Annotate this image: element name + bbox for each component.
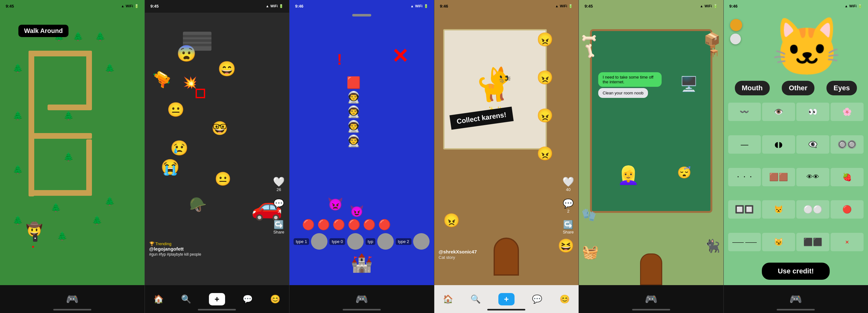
laugh-emoji: 😄: [218, 60, 236, 77]
path-v1: [29, 51, 34, 139]
profile-icon-4[interactable]: 😊: [560, 294, 570, 304]
add-button[interactable]: +: [209, 293, 225, 305]
game-controller-icon-3: 🎮: [355, 293, 368, 305]
share-icon-4: ↪️: [563, 220, 573, 230]
like-action-4[interactable]: 🤍 40: [562, 176, 574, 192]
tree-14: 🌲: [57, 231, 67, 241]
item-12[interactable]: 🍓: [831, 168, 864, 186]
tree-9: 🌲: [13, 165, 23, 175]
customizer-tabs: Mouth Other Eyes: [724, 81, 868, 95]
home-icon[interactable]: 🏠: [153, 294, 163, 304]
messages-icon[interactable]: 💬: [243, 294, 253, 304]
tree-2: 🌲: [73, 32, 83, 41]
imposter-group: 🔴 🔴 🔴 🔴 🔴 🔴: [302, 218, 391, 231]
screen6: 9:46 ▲ WiFi 🔋 🐱 Mouth Other Eyes 〰️ 👁️ 👀…: [724, 0, 868, 313]
item-11[interactable]: 👁👁: [796, 168, 829, 186]
time-6: 9:46: [730, 4, 738, 8]
heart-icon: 🤍: [273, 176, 285, 187]
video-bg-4: 🐈 ✨ ✨ 😠 😠 😠 😠 😠 Collect karens! 🤍 40 💬 2…: [434, 13, 579, 285]
item-9[interactable]: ・・・: [728, 168, 761, 186]
type-label-4: type 2: [396, 238, 411, 245]
status-bar-4: 9:46 ▲ WiFi 🔋: [434, 0, 579, 12]
tiktok-actions: 🤍 26 💬 2 ↪️ Share: [273, 176, 285, 235]
chair-emoji: 🪑: [707, 44, 721, 58]
game-btn-4[interactable]: [413, 233, 430, 250]
cry-emoji: 😢: [170, 139, 188, 156]
item-19[interactable]: ⬛⬛: [796, 233, 829, 251]
item-13[interactable]: 🔲🔲: [728, 200, 761, 218]
angry-3: 😠: [537, 108, 553, 123]
bottom-bar-1: 🎮: [0, 285, 145, 313]
imp-3: 🔴: [333, 218, 345, 231]
item-block: ▪: [33, 235, 37, 242]
comment-action-4[interactable]: 💬 2: [563, 198, 574, 213]
tab-eyes[interactable]: Eyes: [827, 81, 857, 95]
use-credit-button[interactable]: Use credit!: [762, 263, 830, 280]
item-3[interactable]: 👀: [796, 103, 829, 121]
tree-5: 🌲: [104, 63, 115, 73]
profile-icon[interactable]: 😊: [270, 294, 280, 304]
screen5: 9:45 ▲ WiFi 🔋 I need to take some time o…: [579, 0, 724, 313]
laugh-emoji-4: 😆: [558, 238, 574, 253]
messages-icon-4[interactable]: 💬: [532, 294, 542, 304]
item-15[interactable]: ⚪⚪: [796, 200, 829, 218]
search-icon[interactable]: 🔍: [181, 294, 191, 304]
video-bg: 🚗 🔫 💥 😨 😄 😐 🤓 😢 😭 😐 🪖 🤍 26 💬: [145, 13, 289, 285]
item-4[interactable]: 🌸: [831, 103, 864, 121]
flash-emoji: 💥: [183, 76, 197, 89]
status-bar-1: 9:45 ▲ WiFi 🔋: [0, 0, 145, 12]
user-info-2: 🏆 Trending @legojangofett #gun #fyp #pla…: [149, 241, 201, 256]
search-icon-4[interactable]: 🔍: [470, 294, 480, 304]
tab-other[interactable]: Other: [782, 81, 814, 95]
share-action[interactable]: ↪️ Share: [273, 220, 284, 235]
item-14[interactable]: 😾: [762, 200, 795, 218]
tab-mouth[interactable]: Mouth: [735, 81, 770, 95]
red-dot: ●: [32, 244, 34, 249]
hashtags-2: #gun #fyp #playbyte kill people: [149, 252, 201, 256]
woman-emoji: 👱‍♀️: [617, 165, 640, 186]
bottom-bar-5: 🎮: [579, 285, 723, 313]
tiktok-nav-4: 🏠 🔍 + 💬 😊: [434, 285, 579, 313]
cat-emoji-5: 🐈‍⬛: [705, 239, 720, 253]
tree-13: 🌲: [92, 215, 102, 225]
item-20[interactable]: ×: [831, 233, 864, 251]
cat-avatar-emoji: 🐱: [771, 14, 843, 81]
game-btn-3[interactable]: [377, 233, 394, 250]
crewmate-3: 👨‍🚀: [346, 105, 361, 118]
item-18[interactable]: 😼: [762, 233, 795, 251]
like-action[interactable]: 🤍 26: [273, 176, 285, 192]
red-circle: [195, 89, 205, 98]
tree-8: 🌲: [63, 152, 73, 162]
status-bar-6: 9:46 ▲ WiFi 🔋: [724, 0, 868, 12]
heart-icon-4: 🤍: [562, 176, 574, 187]
imp-1: 🔴: [302, 218, 315, 231]
item-1[interactable]: 〰️: [728, 103, 761, 121]
comment-action[interactable]: 💬 2: [273, 198, 284, 213]
add-button-4[interactable]: +: [498, 293, 515, 305]
walk-around-label: Walk Around: [19, 25, 68, 37]
item-5[interactable]: —: [728, 135, 761, 154]
nerd-emoji: 🤓: [212, 120, 228, 136]
crewmate-1: 🟥: [346, 76, 361, 89]
status-bar-3: 9:46 ▲ WiFi 🔋: [289, 0, 434, 12]
item-17[interactable]: —— ——: [728, 233, 761, 251]
item-16[interactable]: 🔴: [831, 200, 864, 218]
path-v3: [29, 133, 34, 197]
game-btn-2[interactable]: [347, 233, 364, 250]
item-2[interactable]: 👁️: [762, 103, 795, 121]
item-6[interactable]: ◖◗: [762, 135, 795, 154]
status-icons-2: ▲ WiFi 🔋: [266, 4, 283, 8]
angry-2: 😠: [537, 70, 553, 85]
neutral-emoji: 😐: [167, 101, 185, 118]
item-8[interactable]: 🔘🔘: [831, 135, 864, 154]
item-7[interactable]: 👁‍🗨: [796, 135, 829, 154]
item-10[interactable]: 🟫🟫: [762, 168, 795, 186]
share-action-4[interactable]: ↪️ Share: [563, 220, 574, 235]
home-indicator-2: [198, 309, 236, 310]
game-btn-1[interactable]: [311, 233, 328, 250]
chat-bubble-1: I need to take some time off the interne…: [598, 72, 662, 87]
cat-frame: 🐈 ✨ ✨: [443, 29, 547, 149]
status-icons-5: ▲ WiFi 🔋: [700, 4, 717, 8]
game-controller-icon-5: 🎮: [645, 293, 657, 305]
home-icon-4[interactable]: 🏠: [443, 294, 453, 304]
